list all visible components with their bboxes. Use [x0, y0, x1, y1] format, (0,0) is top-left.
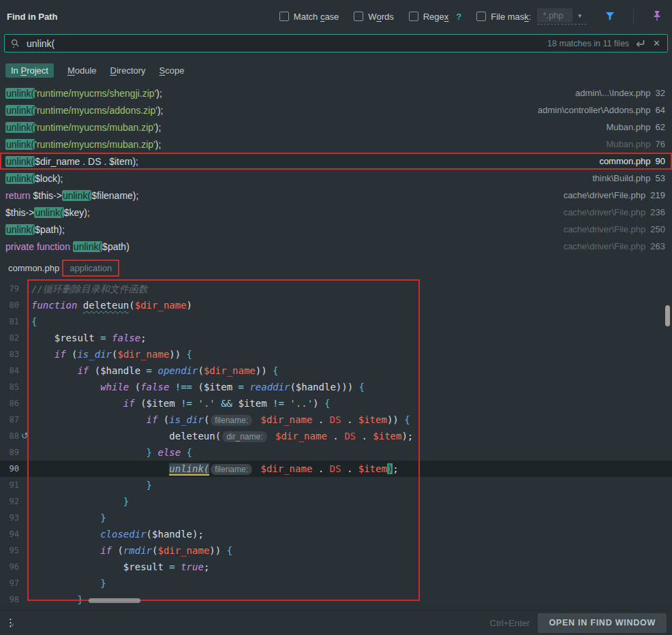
tab-directory[interactable]: Directory: [110, 65, 146, 76]
code-line-content: }: [19, 477, 152, 493]
result-row[interactable]: return $this->unlink($filename);cache\dr…: [0, 187, 672, 204]
editor-line[interactable]: 85 while (false !== ($item = readdir($ha…: [0, 379, 672, 395]
result-row[interactable]: unlink('runtime/myucms/addons.zip');admi…: [0, 102, 672, 119]
code-line-content: if ($item != '.' && $item != '..') {: [19, 395, 330, 412]
code-token: );: [155, 139, 162, 150]
editor-line[interactable]: 80function deleteun($dir_name): [0, 297, 672, 313]
search-field[interactable]: 18 matches in 11 files ✕: [4, 34, 668, 52]
result-line-number: 53: [656, 173, 665, 183]
close-icon[interactable]: ✕: [652, 38, 662, 48]
chevron-down-icon[interactable]: ▾: [572, 12, 587, 19]
open-in-find-window-button[interactable]: OPEN IN FIND WINDOW: [538, 613, 667, 633]
code-token: filename:: [211, 415, 252, 426]
code-token: [169, 382, 174, 392]
search-input[interactable]: [27, 38, 542, 49]
editor-line[interactable]: 81{: [0, 313, 672, 330]
code-token: }: [77, 594, 82, 605]
code-token: private function: [5, 241, 73, 252]
result-row[interactable]: $this->unlink($key);cache\driver\File.ph…: [0, 204, 672, 221]
code-token: rmdir: [123, 545, 152, 556]
tab-in-project[interactable]: In Project: [5, 63, 54, 78]
new-line-icon[interactable]: [635, 38, 646, 48]
words-option[interactable]: Words: [354, 12, 393, 22]
file-mask-value[interactable]: *.php: [537, 8, 572, 22]
result-row[interactable]: unlink('runtime/myucms/muban.zip');Muban…: [0, 119, 672, 136]
code-token: [31, 480, 147, 491]
editor-line[interactable]: 95 if (rmdir($dir_name)) {: [0, 542, 672, 559]
code-line-content: while (false !== ($item = readdir($handl…: [19, 379, 365, 395]
editor-line[interactable]: 90 unlink(filename: $dir_name . DS . $it…: [0, 461, 672, 477]
result-row[interactable]: private function unlink($path)cache\driv…: [0, 238, 672, 255]
match-case-label: Match case: [294, 12, 339, 22]
code-token: =: [100, 332, 106, 343]
file-mask-option[interactable]: File mask: *.php ▾: [476, 8, 587, 25]
line-number: 85: [0, 379, 19, 395]
tab-scope[interactable]: Scope: [159, 65, 185, 76]
editor-line[interactable]: 82 $result = false;: [0, 330, 672, 346]
line-number: 83: [0, 346, 19, 362]
regex-option[interactable]: Regex ?: [409, 12, 462, 22]
code-token: $item: [358, 463, 387, 474]
result-row[interactable]: unlink('runtime/myucms/shengji.zip');adm…: [0, 84, 672, 102]
line-number: 89: [0, 444, 19, 461]
horizontal-scrollbar-thumb[interactable]: [89, 598, 140, 603]
code-token: !=: [181, 398, 192, 409]
editor-line[interactable]: 87 if (is_dir(filename: $dir_name . DS .…: [0, 412, 672, 428]
regex-help-link[interactable]: ?: [456, 12, 461, 22]
result-row[interactable]: unlink($lock);think\Build.php53: [0, 170, 672, 187]
result-file-location: cache\driver\File.php250: [564, 224, 665, 234]
code-token: ): [187, 300, 192, 311]
regex-checkbox[interactable]: [409, 12, 418, 21]
editor-line[interactable]: 94 closedir($handle);: [0, 526, 672, 542]
filter-search-results-button[interactable]: [602, 8, 618, 25]
file-mask-checkbox[interactable]: [476, 12, 486, 21]
vertical-scrollbar-thumb[interactable]: [665, 305, 670, 326]
editor-line[interactable]: 93 }: [0, 510, 672, 526]
code-line-content: }: [19, 493, 129, 510]
more-options-button[interactable]: ⋮˅: [5, 617, 18, 629]
code-token: );: [401, 431, 413, 442]
dialog-title: Find in Path: [7, 12, 57, 22]
match-case-checkbox[interactable]: [279, 12, 289, 21]
code-token: 'runtime/myucms/muban.zip': [35, 139, 155, 150]
editor-line[interactable]: 83 if (is_dir($dir_name)) {: [0, 346, 672, 362]
match-case-option[interactable]: Match case: [279, 12, 339, 22]
editor-line[interactable]: 79//循环删除目录和文件函数: [0, 281, 672, 297]
words-checkbox[interactable]: [354, 12, 363, 21]
editor-line[interactable]: 84 if ($handle = opendir($dir_name)) {: [0, 362, 672, 379]
code-token: [31, 545, 100, 556]
code-token: $this->: [5, 207, 34, 218]
file-mask-combobox[interactable]: *.php ▾: [537, 8, 587, 25]
editor-line[interactable]: 88↺ deleteun(dir_name: $dir_name . DS . …: [0, 428, 672, 444]
recursive-call-icon[interactable]: ↺: [21, 428, 29, 444]
code-line-content: if (rmdir($dir_name)) {: [19, 542, 232, 559]
code-token: [31, 496, 123, 507]
editor-line[interactable]: 92 }: [0, 493, 672, 510]
result-line-number: 219: [650, 190, 665, 200]
code-token: $this->: [33, 190, 61, 201]
code-token: [215, 398, 221, 409]
editor-line[interactable]: 86 if ($item != '.' && $item != '..') {: [0, 395, 672, 412]
result-row[interactable]: unlink($dir_name . DS . $item);common.ph…: [0, 153, 672, 170]
result-code-snippet: unlink($dir_name . DS . $item);: [5, 156, 138, 167]
result-row[interactable]: unlink($path);cache\driver\File.php250: [0, 221, 672, 238]
result-file-location: Muban.php62: [606, 122, 665, 132]
preview-file-tab[interactable]: common.php: [8, 263, 59, 273]
line-number: 94: [0, 526, 19, 542]
editor-line[interactable]: 89 } else {: [0, 444, 672, 461]
search-icon[interactable]: [10, 38, 21, 49]
code-preview-editor[interactable]: 79//循环删除目录和文件函数80function deleteun($dir_…: [0, 278, 672, 610]
match-highlight: unlink(: [5, 88, 35, 99]
editor-line[interactable]: 91 }: [0, 477, 672, 493]
match-highlight: unlink(: [34, 207, 63, 218]
editor-line[interactable]: 96 $result = true;: [0, 559, 672, 575]
editor-line[interactable]: 97 }: [0, 575, 672, 591]
editor-lines: 79//循环删除目录和文件函数80function deleteun($dir_…: [0, 278, 672, 608]
pin-window-button[interactable]: [649, 8, 665, 25]
result-row[interactable]: unlink('runtime/myucms/muban.zip');Muban…: [0, 136, 672, 153]
code-token: is_dir: [77, 349, 112, 360]
code-token: ($item: [135, 398, 181, 409]
tab-module[interactable]: Module: [67, 65, 97, 76]
result-line-number: 62: [656, 122, 665, 132]
code-token: $lock);: [35, 173, 63, 184]
